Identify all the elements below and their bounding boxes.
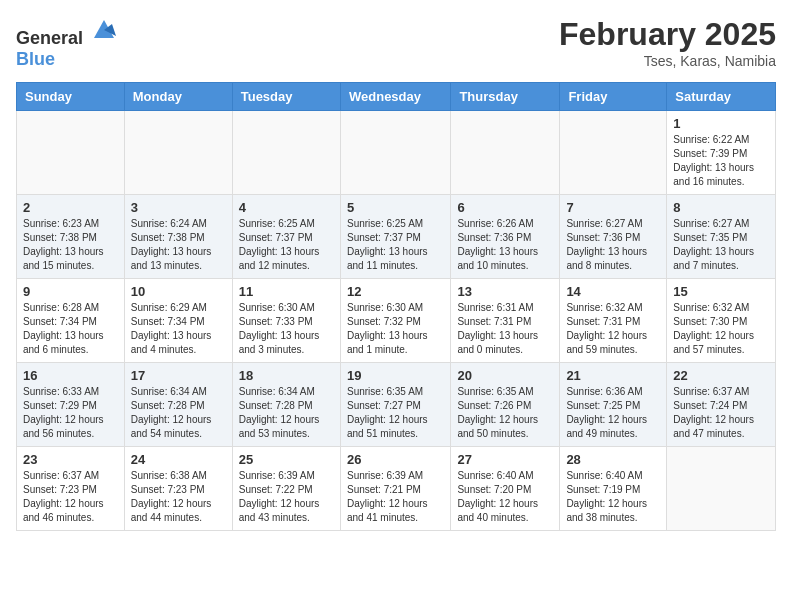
day-info: Sunrise: 6:30 AM Sunset: 7:32 PM Dayligh… — [347, 301, 444, 357]
calendar-cell: 20Sunrise: 6:35 AM Sunset: 7:26 PM Dayli… — [451, 363, 560, 447]
day-number: 16 — [23, 368, 118, 383]
logo-icon — [90, 16, 118, 44]
month-year: February 2025 — [559, 16, 776, 53]
weekday-header: Tuesday — [232, 83, 340, 111]
day-number: 13 — [457, 284, 553, 299]
calendar-week-row: 1Sunrise: 6:22 AM Sunset: 7:39 PM Daylig… — [17, 111, 776, 195]
day-info: Sunrise: 6:36 AM Sunset: 7:25 PM Dayligh… — [566, 385, 660, 441]
day-number: 26 — [347, 452, 444, 467]
day-info: Sunrise: 6:25 AM Sunset: 7:37 PM Dayligh… — [347, 217, 444, 273]
calendar-cell: 15Sunrise: 6:32 AM Sunset: 7:30 PM Dayli… — [667, 279, 776, 363]
calendar-week-row: 9Sunrise: 6:28 AM Sunset: 7:34 PM Daylig… — [17, 279, 776, 363]
calendar-cell: 4Sunrise: 6:25 AM Sunset: 7:37 PM Daylig… — [232, 195, 340, 279]
calendar-cell: 24Sunrise: 6:38 AM Sunset: 7:23 PM Dayli… — [124, 447, 232, 531]
day-number: 23 — [23, 452, 118, 467]
day-info: Sunrise: 6:39 AM Sunset: 7:21 PM Dayligh… — [347, 469, 444, 525]
calendar-cell: 9Sunrise: 6:28 AM Sunset: 7:34 PM Daylig… — [17, 279, 125, 363]
calendar-cell: 12Sunrise: 6:30 AM Sunset: 7:32 PM Dayli… — [340, 279, 450, 363]
title-block: February 2025 Tses, Karas, Namibia — [559, 16, 776, 69]
calendar-cell: 26Sunrise: 6:39 AM Sunset: 7:21 PM Dayli… — [340, 447, 450, 531]
calendar-cell: 16Sunrise: 6:33 AM Sunset: 7:29 PM Dayli… — [17, 363, 125, 447]
calendar-cell: 18Sunrise: 6:34 AM Sunset: 7:28 PM Dayli… — [232, 363, 340, 447]
day-info: Sunrise: 6:25 AM Sunset: 7:37 PM Dayligh… — [239, 217, 334, 273]
calendar-cell — [17, 111, 125, 195]
calendar-cell — [340, 111, 450, 195]
day-number: 21 — [566, 368, 660, 383]
calendar-cell: 28Sunrise: 6:40 AM Sunset: 7:19 PM Dayli… — [560, 447, 667, 531]
weekday-header-row: SundayMondayTuesdayWednesdayThursdayFrid… — [17, 83, 776, 111]
weekday-header: Monday — [124, 83, 232, 111]
day-info: Sunrise: 6:26 AM Sunset: 7:36 PM Dayligh… — [457, 217, 553, 273]
calendar-cell: 11Sunrise: 6:30 AM Sunset: 7:33 PM Dayli… — [232, 279, 340, 363]
day-number: 11 — [239, 284, 334, 299]
day-number: 8 — [673, 200, 769, 215]
day-info: Sunrise: 6:32 AM Sunset: 7:30 PM Dayligh… — [673, 301, 769, 357]
calendar-cell: 14Sunrise: 6:32 AM Sunset: 7:31 PM Dayli… — [560, 279, 667, 363]
day-info: Sunrise: 6:23 AM Sunset: 7:38 PM Dayligh… — [23, 217, 118, 273]
logo: General Blue — [16, 16, 118, 70]
day-number: 12 — [347, 284, 444, 299]
logo-general: General — [16, 28, 83, 48]
day-info: Sunrise: 6:24 AM Sunset: 7:38 PM Dayligh… — [131, 217, 226, 273]
day-info: Sunrise: 6:33 AM Sunset: 7:29 PM Dayligh… — [23, 385, 118, 441]
day-info: Sunrise: 6:29 AM Sunset: 7:34 PM Dayligh… — [131, 301, 226, 357]
day-info: Sunrise: 6:40 AM Sunset: 7:20 PM Dayligh… — [457, 469, 553, 525]
day-info: Sunrise: 6:32 AM Sunset: 7:31 PM Dayligh… — [566, 301, 660, 357]
day-number: 18 — [239, 368, 334, 383]
calendar-cell — [560, 111, 667, 195]
day-info: Sunrise: 6:30 AM Sunset: 7:33 PM Dayligh… — [239, 301, 334, 357]
day-number: 6 — [457, 200, 553, 215]
day-info: Sunrise: 6:34 AM Sunset: 7:28 PM Dayligh… — [239, 385, 334, 441]
day-number: 7 — [566, 200, 660, 215]
logo-blue: Blue — [16, 49, 55, 69]
day-number: 14 — [566, 284, 660, 299]
calendar-cell: 19Sunrise: 6:35 AM Sunset: 7:27 PM Dayli… — [340, 363, 450, 447]
day-info: Sunrise: 6:34 AM Sunset: 7:28 PM Dayligh… — [131, 385, 226, 441]
calendar-cell: 7Sunrise: 6:27 AM Sunset: 7:36 PM Daylig… — [560, 195, 667, 279]
calendar-cell: 21Sunrise: 6:36 AM Sunset: 7:25 PM Dayli… — [560, 363, 667, 447]
calendar-cell: 6Sunrise: 6:26 AM Sunset: 7:36 PM Daylig… — [451, 195, 560, 279]
location: Tses, Karas, Namibia — [559, 53, 776, 69]
calendar-cell: 27Sunrise: 6:40 AM Sunset: 7:20 PM Dayli… — [451, 447, 560, 531]
calendar-cell — [667, 447, 776, 531]
calendar-cell: 2Sunrise: 6:23 AM Sunset: 7:38 PM Daylig… — [17, 195, 125, 279]
day-info: Sunrise: 6:35 AM Sunset: 7:27 PM Dayligh… — [347, 385, 444, 441]
day-info: Sunrise: 6:38 AM Sunset: 7:23 PM Dayligh… — [131, 469, 226, 525]
weekday-header: Wednesday — [340, 83, 450, 111]
day-number: 5 — [347, 200, 444, 215]
calendar-cell: 25Sunrise: 6:39 AM Sunset: 7:22 PM Dayli… — [232, 447, 340, 531]
calendar-cell: 3Sunrise: 6:24 AM Sunset: 7:38 PM Daylig… — [124, 195, 232, 279]
day-number: 1 — [673, 116, 769, 131]
calendar-cell: 8Sunrise: 6:27 AM Sunset: 7:35 PM Daylig… — [667, 195, 776, 279]
day-number: 22 — [673, 368, 769, 383]
day-info: Sunrise: 6:31 AM Sunset: 7:31 PM Dayligh… — [457, 301, 553, 357]
day-number: 20 — [457, 368, 553, 383]
weekday-header: Thursday — [451, 83, 560, 111]
calendar-cell: 17Sunrise: 6:34 AM Sunset: 7:28 PM Dayli… — [124, 363, 232, 447]
day-number: 10 — [131, 284, 226, 299]
day-number: 2 — [23, 200, 118, 215]
weekday-header: Sunday — [17, 83, 125, 111]
day-number: 3 — [131, 200, 226, 215]
day-info: Sunrise: 6:40 AM Sunset: 7:19 PM Dayligh… — [566, 469, 660, 525]
weekday-header: Saturday — [667, 83, 776, 111]
weekday-header: Friday — [560, 83, 667, 111]
day-number: 19 — [347, 368, 444, 383]
day-number: 24 — [131, 452, 226, 467]
day-info: Sunrise: 6:39 AM Sunset: 7:22 PM Dayligh… — [239, 469, 334, 525]
calendar-week-row: 2Sunrise: 6:23 AM Sunset: 7:38 PM Daylig… — [17, 195, 776, 279]
calendar-cell — [124, 111, 232, 195]
day-info: Sunrise: 6:37 AM Sunset: 7:23 PM Dayligh… — [23, 469, 118, 525]
day-number: 15 — [673, 284, 769, 299]
calendar-cell: 10Sunrise: 6:29 AM Sunset: 7:34 PM Dayli… — [124, 279, 232, 363]
calendar-cell — [232, 111, 340, 195]
day-number: 4 — [239, 200, 334, 215]
day-info: Sunrise: 6:37 AM Sunset: 7:24 PM Dayligh… — [673, 385, 769, 441]
day-number: 17 — [131, 368, 226, 383]
day-number: 28 — [566, 452, 660, 467]
calendar-week-row: 16Sunrise: 6:33 AM Sunset: 7:29 PM Dayli… — [17, 363, 776, 447]
calendar-week-row: 23Sunrise: 6:37 AM Sunset: 7:23 PM Dayli… — [17, 447, 776, 531]
calendar-cell: 13Sunrise: 6:31 AM Sunset: 7:31 PM Dayli… — [451, 279, 560, 363]
day-info: Sunrise: 6:22 AM Sunset: 7:39 PM Dayligh… — [673, 133, 769, 189]
calendar-cell: 23Sunrise: 6:37 AM Sunset: 7:23 PM Dayli… — [17, 447, 125, 531]
